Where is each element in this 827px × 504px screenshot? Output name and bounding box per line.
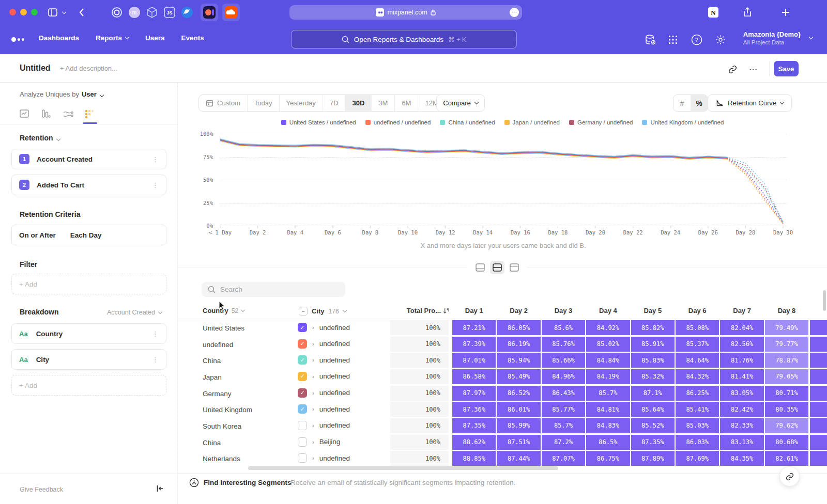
- retention-criteria-card[interactable]: On or After Each Day: [11, 225, 166, 245]
- breakdown-property-name[interactable]: City: [36, 356, 50, 364]
- day-cell[interactable]: 84.35%: [720, 451, 763, 466]
- expand-chevron-icon[interactable]: ›: [312, 422, 314, 429]
- expand-chevron-icon[interactable]: ›: [312, 390, 314, 396]
- day-cell[interactable]: 86.19%: [497, 337, 540, 352]
- day-cell[interactable]: 85.49%: [497, 369, 540, 384]
- add-filter-button[interactable]: + Add: [11, 274, 166, 294]
- tab-retention[interactable]: [83, 107, 97, 121]
- legend-item-china[interactable]: China / undefined: [440, 119, 495, 125]
- select-all-checkbox[interactable]: –: [299, 307, 308, 316]
- sidebar-toggle-icon[interactable]: [45, 5, 60, 20]
- page-options-icon[interactable]: ⋯: [510, 8, 519, 17]
- save-button[interactable]: Save: [774, 61, 799, 76]
- day-cell[interactable]: 86.01%: [497, 402, 540, 417]
- more-options-icon[interactable]: ⋯: [746, 62, 760, 76]
- country-cell[interactable]: Netherlands: [203, 455, 240, 463]
- row-checkbox[interactable]: ✓: [298, 404, 307, 414]
- day-cell[interactable]: 85.82%: [631, 320, 675, 335]
- day-cell[interactable]: 85.99%: [497, 418, 540, 433]
- percent-toggle[interactable]: %: [691, 95, 708, 111]
- row-checkbox[interactable]: [298, 437, 307, 447]
- tab-list-chevron-icon[interactable]: [60, 5, 68, 20]
- day-cell[interactable]: 81.76%: [720, 353, 763, 368]
- legend-item-united-kingdom[interactable]: United Kingdom / undefined: [642, 119, 724, 125]
- split-view-icon[interactable]: [490, 261, 504, 274]
- day-cell[interactable]: 84.83%: [586, 418, 630, 433]
- row-checkbox[interactable]: [298, 421, 307, 430]
- day-cell[interactable]: 85.64%: [631, 402, 675, 417]
- day-cell[interactable]: 79.49%: [765, 320, 808, 335]
- minimize-window-icon[interactable]: [20, 9, 27, 15]
- project-switcher[interactable]: Amazonia {Demo} All Project Data: [743, 30, 813, 45]
- kebab-menu-icon[interactable]: ⋮: [152, 155, 159, 163]
- vertical-scrollbar[interactable]: [823, 290, 826, 311]
- date-range-6m[interactable]: 6M: [395, 95, 418, 111]
- country-cell[interactable]: Germany: [203, 390, 232, 398]
- extension-bird-icon[interactable]: [180, 5, 194, 20]
- day-cell[interactable]: 79.62%: [765, 418, 808, 433]
- day-cell[interactable]: 86.05%: [497, 320, 540, 335]
- day-cell[interactable]: 85.91%: [631, 337, 675, 352]
- share-icon[interactable]: [740, 5, 755, 20]
- close-window-icon[interactable]: [9, 9, 16, 15]
- day-cell[interactable]: 87.51%: [497, 435, 540, 450]
- country-cell[interactable]: United States: [203, 324, 244, 332]
- tab-flows[interactable]: [62, 107, 75, 121]
- day-column-header[interactable]: Day 7: [733, 307, 751, 314]
- day-cell[interactable]: 88.85%: [452, 451, 496, 466]
- date-range-7d[interactable]: 7D: [323, 95, 346, 111]
- expand-chevron-icon[interactable]: ›: [312, 373, 314, 380]
- day-cell[interactable]: 85.41%: [676, 402, 719, 417]
- row-checkbox[interactable]: ✓: [298, 355, 307, 365]
- day-cell[interactable]: 80.71%: [765, 386, 808, 401]
- day-cell[interactable]: 85.76%: [542, 337, 585, 352]
- extension-cube-icon[interactable]: [145, 5, 159, 20]
- day-cell[interactable]: 85.32%: [631, 369, 675, 384]
- day-cell[interactable]: 87.1%: [631, 386, 675, 401]
- new-tab-icon[interactable]: [778, 5, 793, 20]
- day-cell[interactable]: 79.05%: [765, 369, 808, 384]
- series-line-germany[interactable]: [220, 139, 727, 158]
- nav-link-dashboards[interactable]: Dashboards: [39, 34, 79, 42]
- day-cell[interactable]: 85.77%: [542, 402, 585, 417]
- series-line-united-kingdom[interactable]: [220, 139, 727, 157]
- find-segments-title[interactable]: Find Interesting Segments: [204, 479, 292, 486]
- day-cell[interactable]: 86.5%: [586, 435, 630, 450]
- day-cell[interactable]: 87.01%: [452, 353, 496, 368]
- window-controls[interactable]: [9, 9, 38, 15]
- series-line-undefined[interactable]: [220, 140, 727, 158]
- address-bar[interactable]: ●● mixpanel.com ⋯: [289, 5, 522, 20]
- day-cell[interactable]: 87.2%: [542, 435, 585, 450]
- day-cell[interactable]: 85.08%: [676, 320, 719, 335]
- date-range-30d[interactable]: 30D: [345, 95, 372, 111]
- collapse-sidebar-icon[interactable]: [156, 485, 164, 494]
- notion-icon[interactable]: N: [706, 5, 721, 20]
- day-cell[interactable]: 85.37%: [676, 337, 719, 352]
- chart-type-selector[interactable]: Retention Curve: [708, 94, 792, 112]
- expand-chevron-icon[interactable]: ›: [312, 341, 314, 347]
- city-column-header[interactable]: – City176: [299, 307, 346, 316]
- day-cell[interactable]: 82.56%: [720, 337, 763, 352]
- tab-funnels[interactable]: [39, 107, 53, 121]
- legend-item-germany[interactable]: Germany / undefined: [569, 119, 633, 125]
- legend-item-undefined[interactable]: undefined / undefined: [365, 119, 431, 125]
- nav-link-reports[interactable]: Reports: [96, 34, 129, 42]
- day-cell[interactable]: 87.97%: [452, 386, 496, 401]
- day-cell[interactable]: 86.52%: [497, 386, 540, 401]
- country-cell[interactable]: United Kingdom: [203, 406, 252, 414]
- day-cell[interactable]: 87.35%: [631, 435, 675, 450]
- day-cell[interactable]: 80.68%: [765, 435, 808, 450]
- step-event-name[interactable]: Added To Cart: [37, 181, 84, 189]
- analyze-uniques-row[interactable]: Analyze Uniques byUser: [20, 90, 103, 98]
- day-cell[interactable]: 87.21%: [452, 320, 496, 335]
- day-cell[interactable]: 82.42%: [720, 402, 763, 417]
- share-link-floating-button[interactable]: [779, 466, 800, 486]
- day-cell[interactable]: 85.7%: [542, 418, 585, 433]
- day-cell[interactable]: 82.33%: [720, 418, 763, 433]
- day-cell[interactable]: 88.62%: [452, 435, 496, 450]
- day-cell[interactable]: 86.43%: [542, 386, 585, 401]
- day-column-header[interactable]: Day 5: [644, 307, 662, 314]
- number-toggle[interactable]: #: [673, 95, 691, 111]
- retention-step-2[interactable]: 2Added To Cart⋮: [11, 175, 166, 195]
- day-cell[interactable]: 85.7%: [586, 386, 630, 401]
